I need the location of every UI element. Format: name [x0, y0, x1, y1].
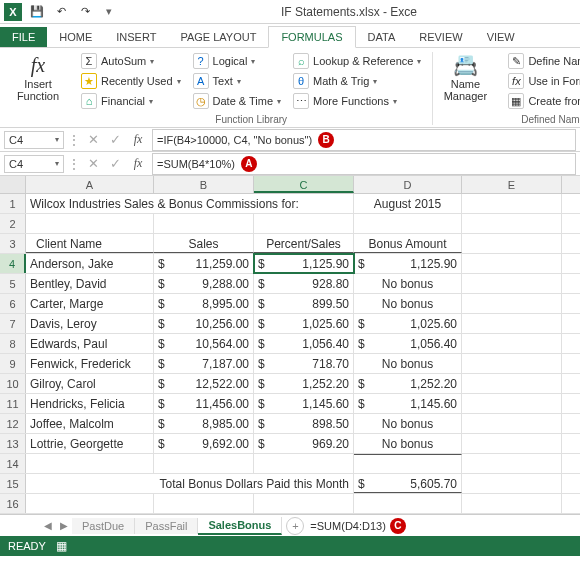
autosum-button[interactable]: ΣAutoSum▾: [78, 52, 184, 70]
cell[interactable]: [462, 334, 562, 353]
row-header[interactable]: 4: [0, 254, 26, 273]
cell[interactable]: [154, 454, 254, 473]
tab-insert[interactable]: INSERT: [104, 27, 168, 47]
tab-data[interactable]: DATA: [356, 27, 408, 47]
undo-icon[interactable]: ↶: [52, 3, 70, 21]
cell[interactable]: $10,564.00: [154, 334, 254, 353]
row-header[interactable]: 10: [0, 374, 26, 393]
row-header[interactable]: 15: [0, 474, 26, 493]
row-header[interactable]: 9: [0, 354, 26, 373]
cell[interactable]: Percent/Sales: [254, 234, 354, 253]
more-functions-button[interactable]: ⋯More Functions▾: [290, 92, 424, 110]
name-box-b[interactable]: C4▾: [4, 131, 64, 149]
cell[interactable]: [462, 414, 562, 433]
cell[interactable]: $1,056.40: [254, 334, 354, 353]
cell[interactable]: Carter, Marge: [26, 294, 154, 313]
create-from-selection-button[interactable]: ▦Create from Se: [505, 92, 580, 110]
row-header[interactable]: 14: [0, 454, 26, 473]
row-header[interactable]: 12: [0, 414, 26, 433]
recently-used-button[interactable]: ★Recently Used▾: [78, 72, 184, 90]
row-header[interactable]: 6: [0, 294, 26, 313]
cell[interactable]: Total Bonus Dollars Paid this Month: [26, 474, 354, 493]
col-header-d[interactable]: D: [354, 176, 462, 193]
cell[interactable]: Davis, Leroy: [26, 314, 154, 333]
cell[interactable]: [462, 294, 562, 313]
cell[interactable]: [26, 214, 154, 233]
cell[interactable]: [154, 214, 254, 233]
cell[interactable]: No bonus: [354, 274, 462, 293]
cell[interactable]: August 2015: [354, 194, 462, 213]
row-header[interactable]: 7: [0, 314, 26, 333]
cell[interactable]: [462, 494, 562, 513]
row-header[interactable]: 5: [0, 274, 26, 293]
cell[interactable]: Anderson, Jake: [26, 254, 154, 273]
cell[interactable]: $9,288.00: [154, 274, 254, 293]
cell[interactable]: No bonus: [354, 414, 462, 433]
enter-icon[interactable]: ✓: [106, 132, 124, 147]
tab-page-layout[interactable]: PAGE LAYOUT: [168, 27, 268, 47]
tab-home[interactable]: HOME: [47, 27, 104, 47]
cell[interactable]: $1,125.90: [254, 254, 354, 273]
cell[interactable]: [462, 274, 562, 293]
cell[interactable]: $898.50: [254, 414, 354, 433]
cancel-icon[interactable]: ✕: [84, 132, 102, 147]
row-header[interactable]: 11: [0, 394, 26, 413]
sheet-tab-pastdue[interactable]: PastDue: [72, 518, 135, 534]
cell[interactable]: [462, 394, 562, 413]
cell[interactable]: [154, 494, 254, 513]
select-all-corner[interactable]: [0, 176, 26, 193]
text-button[interactable]: AText▾: [190, 72, 285, 90]
date-time-button[interactable]: ◷Date & Time▾: [190, 92, 285, 110]
cell[interactable]: [462, 254, 562, 273]
cell[interactable]: $1,025.60: [254, 314, 354, 333]
cell[interactable]: [354, 454, 462, 473]
cell[interactable]: Hendricks, Felicia: [26, 394, 154, 413]
cell[interactable]: No bonus: [354, 354, 462, 373]
cell[interactable]: [462, 474, 562, 493]
name-box-a[interactable]: C4▾: [4, 155, 64, 173]
logical-button[interactable]: ?Logical▾: [190, 52, 285, 70]
cell[interactable]: No bonus: [354, 294, 462, 313]
redo-icon[interactable]: ↷: [76, 3, 94, 21]
cell[interactable]: No bonus: [354, 434, 462, 453]
row-header[interactable]: 3: [0, 234, 26, 253]
cell[interactable]: [26, 494, 154, 513]
define-name-button[interactable]: ✎Define Name: [505, 52, 580, 70]
cell[interactable]: Fenwick, Frederick: [26, 354, 154, 373]
cell[interactable]: $12,522.00: [154, 374, 254, 393]
tab-formulas[interactable]: FORMULAS: [268, 26, 355, 48]
cell[interactable]: Wilcox Industries Sales & Bonus Commissi…: [26, 194, 354, 213]
cell[interactable]: [462, 354, 562, 373]
cell[interactable]: $11,456.00: [154, 394, 254, 413]
formula-input-b[interactable]: =IF(B4>10000, C4, "No bonus") B: [152, 129, 576, 151]
cell[interactable]: $5,605.70: [354, 474, 462, 493]
save-icon[interactable]: 💾: [28, 3, 46, 21]
cell[interactable]: $1,125.90: [354, 254, 462, 273]
cell[interactable]: Sales: [154, 234, 254, 253]
row-header[interactable]: 1: [0, 194, 26, 213]
lookup-ref-button[interactable]: ⌕Lookup & Reference▾: [290, 52, 424, 70]
col-header-c[interactable]: C: [254, 176, 354, 193]
cell[interactable]: $8,995.00: [154, 294, 254, 313]
cell[interactable]: $928.80: [254, 274, 354, 293]
row-header[interactable]: 16: [0, 494, 26, 513]
cell[interactable]: [462, 434, 562, 453]
cell[interactable]: $8,985.00: [154, 414, 254, 433]
cell[interactable]: $1,145.60: [254, 394, 354, 413]
macro-record-icon[interactable]: ▦: [56, 539, 67, 553]
cell[interactable]: [354, 494, 462, 513]
cell[interactable]: [462, 234, 562, 253]
new-sheet-button[interactable]: +: [286, 517, 304, 535]
cell[interactable]: [254, 454, 354, 473]
cell[interactable]: $1,145.60: [354, 394, 462, 413]
cell[interactable]: [254, 214, 354, 233]
cell[interactable]: $1,252.20: [254, 374, 354, 393]
enter-icon[interactable]: ✓: [106, 156, 124, 171]
tab-file[interactable]: FILE: [0, 27, 47, 47]
cell[interactable]: Bonus Amount: [354, 234, 462, 253]
cell[interactable]: $7,187.00: [154, 354, 254, 373]
cell[interactable]: [26, 454, 154, 473]
col-header-a[interactable]: A: [26, 176, 154, 193]
row-header[interactable]: 2: [0, 214, 26, 233]
cell[interactable]: Joffee, Malcolm: [26, 414, 154, 433]
